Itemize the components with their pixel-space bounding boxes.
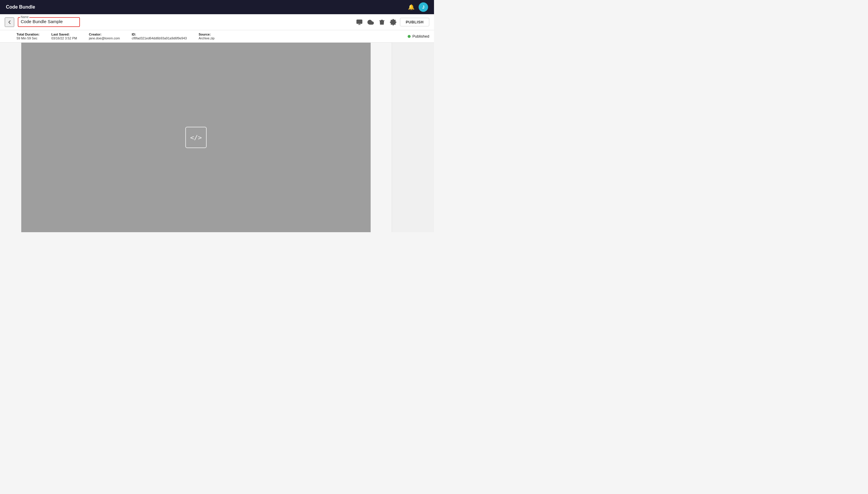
name-field-container: Name	[18, 17, 80, 27]
last-saved-label: Last Saved:	[51, 33, 77, 36]
settings-icon[interactable]	[390, 19, 396, 25]
svg-rect-0	[357, 20, 362, 23]
user-avatar[interactable]: J	[419, 2, 428, 12]
top-nav-bar: Code Bundle 🔔 J	[0, 0, 434, 14]
monitor-icon[interactable]	[356, 19, 363, 25]
name-input[interactable]	[21, 18, 77, 24]
back-button[interactable]	[5, 18, 14, 27]
status-badge: Published	[408, 34, 429, 38]
toolbar-icons-group	[356, 19, 396, 25]
source-label: Source:	[199, 33, 215, 36]
publish-button[interactable]: PUBLISH	[400, 18, 429, 26]
id-item: ID: cf8fad321ed64dd6b93a91a9d6f9e943	[132, 33, 187, 40]
content-area: </>	[0, 43, 434, 232]
status-dot	[408, 35, 411, 38]
last-saved-value: 03/16/22 3:52 PM	[51, 36, 77, 40]
right-sidebar-strip	[371, 43, 392, 232]
name-field-label: Name	[20, 15, 29, 19]
total-duration-value: 59 Min 59 Sec	[17, 36, 39, 40]
code-icon: </>	[190, 134, 202, 141]
preview-panel: </>	[21, 43, 371, 232]
creator-item: Creator: jane.doe@lorem.com	[89, 33, 120, 40]
delete-icon[interactable]	[379, 19, 385, 25]
creator-label: Creator:	[89, 33, 120, 36]
total-duration-item: Total Duration: 59 Min 59 Sec	[17, 33, 39, 40]
total-duration-label: Total Duration:	[17, 33, 39, 36]
status-label: Published	[412, 34, 429, 38]
left-sidebar-strip	[0, 43, 21, 232]
header-toolbar: Name	[0, 14, 434, 30]
id-label: ID:	[132, 33, 187, 36]
cloud-icon[interactable]	[368, 19, 374, 25]
last-saved-item: Last Saved: 03/16/22 3:52 PM	[51, 33, 77, 40]
source-item: Source: Archive.zip	[199, 33, 215, 40]
source-value: Archive.zip	[199, 36, 215, 40]
creator-value: jane.doe@lorem.com	[89, 36, 120, 40]
app-title: Code Bundle	[6, 4, 35, 10]
meta-bar: Total Duration: 59 Min 59 Sec Last Saved…	[0, 30, 434, 43]
nav-actions: 🔔 J	[408, 2, 428, 12]
notification-icon[interactable]: 🔔	[408, 4, 414, 11]
code-icon-box: </>	[185, 127, 206, 148]
id-value: cf8fad321ed64dd6b93a91a9d6f9e943	[132, 36, 187, 40]
